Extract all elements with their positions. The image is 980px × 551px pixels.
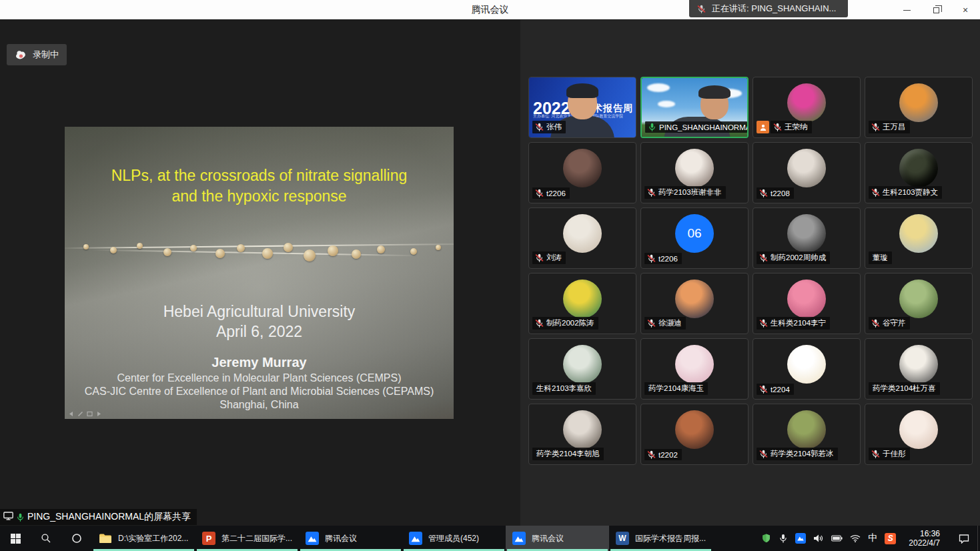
ime-language-indicator[interactable]: 中 — [868, 532, 877, 544]
avatar — [563, 149, 602, 187]
cortana-button[interactable] — [61, 526, 92, 551]
person-face — [568, 86, 597, 119]
participant-name: 药学类2104郭若冰 — [771, 449, 834, 459]
slide-title: NLPs, at the crossroads of nitrate signa… — [65, 165, 454, 207]
battery-icon[interactable] — [831, 535, 843, 542]
participant-tile[interactable]: 2022 学术报告周 主办单位: 河北农业大学…学院、国际教育交流学院 张伟 — [528, 77, 636, 138]
mic-icon — [759, 189, 768, 197]
taskbar-app-label: 第二十二届国际学... — [221, 533, 292, 544]
tencent-meeting-window: 腾讯会议 × 正在讲话: PING_SHANGHAIN... 录制中 — [0, 0, 980, 551]
root-strand — [91, 249, 414, 256]
avatar — [675, 345, 714, 384]
avatar-initials: 06 — [687, 226, 701, 241]
meeting-main-area: 录制中 — [0, 20, 980, 526]
participant-name: 生科2103贾静文 — [883, 187, 938, 197]
start-button[interactable] — [0, 526, 31, 551]
participant-tile[interactable]: t2202 — [640, 404, 749, 465]
restore-button[interactable] — [921, 0, 951, 20]
participant-tile[interactable]: t2208 — [753, 142, 861, 203]
participant-tile[interactable]: 刘涛 — [528, 207, 636, 269]
view-icon[interactable] — [87, 411, 93, 417]
taskbar-app-label: 国际学术报告周报... — [635, 533, 706, 544]
participant-name: 药学类2104杜万喜 — [873, 384, 936, 394]
microphone-tray-icon[interactable] — [779, 534, 788, 543]
screen-share-label: PING_SHANGHAINORMAL的屏幕共享 — [0, 509, 197, 525]
mic-icon — [647, 319, 656, 328]
participant-tile[interactable]: 制药2002周帅成 — [753, 207, 861, 269]
prev-slide-icon[interactable] — [68, 411, 74, 417]
avatar — [675, 149, 714, 187]
mic-icon — [773, 123, 782, 131]
participant-tile[interactable]: 王荣纳 — [753, 77, 861, 138]
taskbar-app-tencent-meeting-1[interactable]: 腾讯会议 — [299, 526, 402, 551]
participant-name: 谷守芹 — [883, 318, 906, 328]
search-button[interactable] — [31, 526, 61, 551]
avatar — [899, 214, 938, 253]
defender-shield-icon[interactable] — [761, 533, 771, 544]
participant-tile[interactable]: 药学类2104李朝旭 — [528, 404, 636, 465]
next-slide-icon[interactable] — [96, 411, 102, 417]
participant-tile[interactable]: 于佳彤 — [865, 404, 973, 465]
root-strand — [65, 243, 454, 249]
participant-tile[interactable]: 药学类2104郭若冰 — [753, 404, 861, 465]
windows-taskbar: D:\实验室工作202... P 第二十二届国际学... 腾讯会议 管理成员(4… — [0, 526, 980, 551]
mic-muted-icon — [697, 5, 706, 13]
participant-tile[interactable]: PING_SHANGHAINORMAL — [640, 77, 749, 138]
volume-icon[interactable] — [813, 534, 824, 543]
participant-tile[interactable]: 药学类2104杜万喜 — [865, 338, 973, 400]
participant-tile[interactable]: 制药2002陈涛 — [528, 273, 636, 334]
participant-tile[interactable]: 徐灏迪 — [640, 273, 749, 334]
avatar — [787, 149, 826, 187]
avatar — [899, 149, 938, 187]
taskbar-app-label: D:\实验室工作202... — [118, 533, 188, 544]
tencent-meeting-tray-icon[interactable] — [795, 533, 806, 544]
slide-university: Hebei Agricultural University — [65, 303, 454, 321]
taskbar-app-explorer[interactable]: D:\实验室工作202... — [92, 526, 195, 551]
taskbar-clock[interactable]: 16:36 2022/4/7 — [903, 529, 945, 548]
slide-affiliation-1: Center for Excellence in Molecular Plant… — [65, 372, 454, 384]
participant-name: t2204 — [771, 386, 790, 394]
participant-tile[interactable]: 王万昌 — [865, 77, 973, 138]
participant-name: 制药2002陈涛 — [546, 318, 594, 328]
avatar: 06 — [675, 214, 714, 253]
close-icon: × — [963, 5, 968, 15]
pen-icon[interactable] — [77, 411, 83, 417]
participant-tile[interactable]: 药学2104康海玉 — [640, 338, 749, 400]
presenter-controls[interactable] — [68, 411, 102, 417]
cloud — [658, 101, 675, 107]
participant-tile[interactable]: 06 t2206 — [640, 207, 749, 269]
taskbar-app-label: 腾讯会议 — [325, 533, 357, 544]
taskbar-app-tencent-meeting-2[interactable]: 腾讯会议 — [506, 526, 609, 551]
taskbar-app-word[interactable]: W 国际学术报告周报... — [609, 526, 712, 551]
mic-icon — [535, 319, 544, 328]
screen-share-pane[interactable]: 录制中 — [0, 20, 520, 526]
avatar — [787, 214, 826, 253]
participant-tile[interactable]: 董璇 — [865, 207, 973, 269]
avatar — [563, 345, 602, 384]
participant-tile[interactable]: 生科类2104李宁 — [753, 273, 861, 334]
clock-time: 16:36 — [909, 529, 940, 538]
participant-tile[interactable]: 生科2103贾静文 — [865, 142, 973, 203]
speaking-toast-text: 正在讲话: PING_SHANGHAIN... — [712, 3, 836, 15]
folder-icon — [99, 532, 112, 545]
restore-icon — [933, 7, 939, 13]
slide-affiliation-2: CAS-JIC Centre of Excellence of Plant an… — [65, 386, 454, 398]
minimize-button[interactable] — [892, 0, 921, 20]
participant-tile[interactable]: 谷守芹 — [865, 273, 973, 334]
avatar — [899, 410, 938, 449]
participant-tile[interactable]: 药学2103班谢非非 — [640, 142, 749, 203]
taskbar-app-powerpoint[interactable]: P 第二十二届国际学... — [195, 526, 299, 551]
participant-tile[interactable]: t2204 — [753, 338, 861, 400]
notification-icon — [959, 534, 969, 544]
show-desktop-button[interactable] — [977, 526, 980, 551]
participant-tile[interactable]: 生科2103李嘉欣 — [528, 338, 636, 400]
recording-label: 录制中 — [33, 49, 59, 61]
wifi-icon[interactable] — [850, 534, 861, 542]
taskbar-app-member-manager[interactable]: 管理成员(452) — [402, 526, 506, 551]
speaking-toast[interactable]: 正在讲话: PING_SHANGHAIN... — [689, 0, 848, 17]
sogou-input-icon[interactable]: S — [885, 533, 896, 544]
action-center-button[interactable] — [951, 526, 977, 551]
participant-tile[interactable]: t2206 — [528, 142, 636, 203]
avatar — [563, 280, 602, 318]
close-button[interactable]: × — [951, 0, 980, 20]
